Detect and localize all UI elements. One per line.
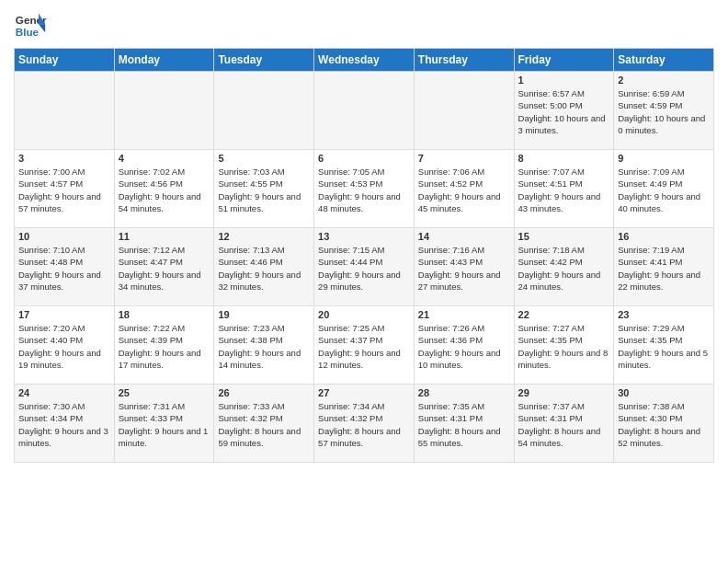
day-number: 7	[418, 153, 510, 164]
day-number: 15	[518, 231, 610, 242]
day-number: 6	[318, 153, 410, 164]
weekday-header-friday: Friday	[514, 49, 614, 72]
calendar-cell: 6Sunrise: 7:05 AM Sunset: 4:53 PM Daylig…	[314, 150, 415, 228]
day-number: 25	[119, 387, 210, 398]
day-info: Sunrise: 7:27 AM Sunset: 4:35 PM Dayligh…	[518, 322, 610, 371]
header: General Blue	[14, 9, 714, 42]
day-info: Sunrise: 7:37 AM Sunset: 4:31 PM Dayligh…	[518, 400, 610, 449]
calendar-cell: 15Sunrise: 7:18 AM Sunset: 4:42 PM Dayli…	[514, 228, 614, 306]
calendar-cell	[214, 72, 314, 150]
day-number: 17	[18, 309, 110, 320]
calendar-cell: 11Sunrise: 7:12 AM Sunset: 4:47 PM Dayli…	[114, 228, 214, 306]
day-number: 26	[218, 387, 310, 398]
weekday-header-monday: Monday	[114, 49, 214, 72]
day-info: Sunrise: 7:30 AM Sunset: 4:34 PM Dayligh…	[18, 400, 110, 449]
svg-text:Blue: Blue	[16, 26, 40, 38]
weekday-header-saturday: Saturday	[614, 49, 714, 72]
day-number: 29	[518, 387, 610, 398]
day-number: 3	[18, 153, 110, 164]
calendar-cell: 10Sunrise: 7:10 AM Sunset: 4:48 PM Dayli…	[15, 228, 115, 306]
calendar-cell: 16Sunrise: 7:19 AM Sunset: 4:41 PM Dayli…	[614, 228, 714, 306]
calendar-cell: 13Sunrise: 7:15 AM Sunset: 4:44 PM Dayli…	[314, 228, 415, 306]
svg-marker-3	[39, 24, 45, 32]
day-info: Sunrise: 7:26 AM Sunset: 4:36 PM Dayligh…	[418, 322, 510, 371]
calendar-cell: 19Sunrise: 7:23 AM Sunset: 4:38 PM Dayli…	[214, 306, 314, 385]
day-number: 5	[218, 153, 310, 164]
calendar-cell: 8Sunrise: 7:07 AM Sunset: 4:51 PM Daylig…	[514, 150, 614, 228]
calendar-cell: 24Sunrise: 7:30 AM Sunset: 4:34 PM Dayli…	[15, 385, 115, 463]
day-number: 14	[418, 231, 510, 242]
logo: General Blue	[14, 9, 52, 42]
day-number: 21	[418, 309, 510, 320]
day-info: Sunrise: 7:16 AM Sunset: 4:43 PM Dayligh…	[418, 244, 510, 293]
day-info: Sunrise: 7:34 AM Sunset: 4:32 PM Dayligh…	[318, 400, 410, 449]
day-info: Sunrise: 7:33 AM Sunset: 4:32 PM Dayligh…	[218, 400, 310, 449]
day-info: Sunrise: 7:18 AM Sunset: 4:42 PM Dayligh…	[518, 244, 610, 293]
calendar-cell: 5Sunrise: 7:03 AM Sunset: 4:55 PM Daylig…	[214, 150, 314, 228]
day-number: 30	[618, 387, 710, 398]
day-info: Sunrise: 7:20 AM Sunset: 4:40 PM Dayligh…	[18, 322, 110, 371]
day-info: Sunrise: 7:31 AM Sunset: 4:33 PM Dayligh…	[119, 400, 210, 449]
calendar-cell: 21Sunrise: 7:26 AM Sunset: 4:36 PM Dayli…	[414, 306, 514, 385]
calendar-cell: 17Sunrise: 7:20 AM Sunset: 4:40 PM Dayli…	[15, 306, 115, 385]
day-info: Sunrise: 7:19 AM Sunset: 4:41 PM Dayligh…	[618, 244, 710, 293]
weekday-header-sunday: Sunday	[15, 49, 115, 72]
calendar-cell: 2Sunrise: 6:59 AM Sunset: 4:59 PM Daylig…	[614, 72, 714, 150]
day-info: Sunrise: 7:29 AM Sunset: 4:35 PM Dayligh…	[618, 322, 710, 371]
calendar-cell: 28Sunrise: 7:35 AM Sunset: 4:31 PM Dayli…	[414, 385, 514, 463]
day-info: Sunrise: 7:07 AM Sunset: 4:51 PM Dayligh…	[518, 166, 610, 214]
day-number: 28	[418, 387, 510, 398]
day-number: 27	[318, 387, 410, 398]
day-info: Sunrise: 7:35 AM Sunset: 4:31 PM Dayligh…	[418, 400, 510, 449]
day-info: Sunrise: 7:23 AM Sunset: 4:38 PM Dayligh…	[218, 322, 310, 371]
day-info: Sunrise: 7:38 AM Sunset: 4:30 PM Dayligh…	[618, 400, 710, 449]
day-info: Sunrise: 7:22 AM Sunset: 4:39 PM Dayligh…	[119, 322, 210, 371]
day-number: 23	[618, 309, 710, 320]
day-info: Sunrise: 6:59 AM Sunset: 4:59 PM Dayligh…	[618, 87, 710, 136]
weekday-header-wednesday: Wednesday	[314, 49, 415, 72]
calendar-cell: 12Sunrise: 7:13 AM Sunset: 4:46 PM Dayli…	[214, 228, 314, 306]
calendar-cell	[15, 72, 115, 150]
calendar-cell: 3Sunrise: 7:00 AM Sunset: 4:57 PM Daylig…	[15, 150, 115, 228]
calendar-cell: 4Sunrise: 7:02 AM Sunset: 4:56 PM Daylig…	[114, 150, 214, 228]
day-info: Sunrise: 7:25 AM Sunset: 4:37 PM Dayligh…	[318, 322, 410, 371]
calendar-cell: 1Sunrise: 6:57 AM Sunset: 5:00 PM Daylig…	[514, 72, 614, 150]
day-number: 18	[119, 309, 210, 320]
calendar-cell: 18Sunrise: 7:22 AM Sunset: 4:39 PM Dayli…	[114, 306, 214, 385]
day-info: Sunrise: 7:03 AM Sunset: 4:55 PM Dayligh…	[218, 166, 310, 214]
day-number: 16	[618, 231, 710, 242]
day-info: Sunrise: 7:15 AM Sunset: 4:44 PM Dayligh…	[318, 244, 410, 293]
calendar-cell: 27Sunrise: 7:34 AM Sunset: 4:32 PM Dayli…	[314, 385, 415, 463]
day-number: 11	[119, 231, 210, 242]
calendar-cell	[314, 72, 415, 150]
calendar-table: SundayMondayTuesdayWednesdayThursdayFrid…	[14, 48, 714, 463]
page-container: General Blue SundayMondayTuesdayWednesda…	[0, 0, 728, 467]
calendar-cell: 29Sunrise: 7:37 AM Sunset: 4:31 PM Dayli…	[514, 385, 614, 463]
day-info: Sunrise: 7:05 AM Sunset: 4:53 PM Dayligh…	[318, 166, 410, 214]
day-number: 19	[218, 309, 310, 320]
calendar-cell: 30Sunrise: 7:38 AM Sunset: 4:30 PM Dayli…	[614, 385, 714, 463]
calendar-cell: 26Sunrise: 7:33 AM Sunset: 4:32 PM Dayli…	[214, 385, 314, 463]
calendar-cell	[414, 72, 514, 150]
day-info: Sunrise: 7:13 AM Sunset: 4:46 PM Dayligh…	[218, 244, 310, 293]
day-info: Sunrise: 7:06 AM Sunset: 4:52 PM Dayligh…	[418, 166, 510, 214]
day-info: Sunrise: 7:12 AM Sunset: 4:47 PM Dayligh…	[119, 244, 210, 293]
day-number: 10	[18, 231, 110, 242]
calendar-cell	[114, 72, 214, 150]
day-number: 2	[618, 75, 710, 86]
weekday-header-thursday: Thursday	[414, 49, 514, 72]
day-number: 12	[218, 231, 310, 242]
weekday-header-tuesday: Tuesday	[214, 49, 314, 72]
day-info: Sunrise: 7:09 AM Sunset: 4:49 PM Dayligh…	[618, 166, 710, 214]
day-number: 8	[518, 153, 610, 164]
day-number: 24	[18, 387, 110, 398]
day-number: 1	[518, 75, 610, 86]
day-info: Sunrise: 7:10 AM Sunset: 4:48 PM Dayligh…	[18, 244, 110, 293]
logo-icon: General Blue	[14, 9, 47, 42]
day-number: 22	[518, 309, 610, 320]
calendar-cell: 22Sunrise: 7:27 AM Sunset: 4:35 PM Dayli…	[514, 306, 614, 385]
day-number: 4	[119, 153, 210, 164]
calendar-cell: 20Sunrise: 7:25 AM Sunset: 4:37 PM Dayli…	[314, 306, 415, 385]
day-info: Sunrise: 6:57 AM Sunset: 5:00 PM Dayligh…	[518, 87, 610, 136]
calendar-cell: 25Sunrise: 7:31 AM Sunset: 4:33 PM Dayli…	[114, 385, 214, 463]
